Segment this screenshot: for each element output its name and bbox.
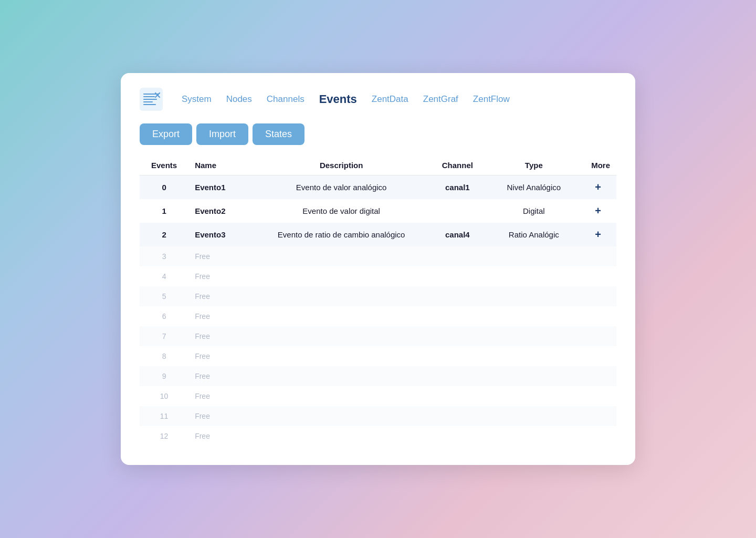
row-channel (427, 246, 488, 266)
table-row: 0 Evento1 Evento de valor analógico cana… (140, 175, 616, 200)
row-desc (256, 306, 427, 326)
nav-system[interactable]: System (182, 94, 212, 105)
nav-zentflow[interactable]: ZentFlow (473, 94, 510, 105)
row-more (580, 266, 616, 286)
row-name: Evento3 (188, 223, 256, 246)
table-row: 5 Free (140, 286, 616, 306)
row-id: 3 (140, 246, 188, 266)
header-more: More (580, 156, 616, 175)
more-button[interactable]: + (591, 229, 605, 241)
row-desc (256, 426, 427, 446)
row-id: 0 (140, 175, 188, 200)
row-channel (427, 326, 488, 346)
row-more[interactable]: + (580, 223, 616, 246)
row-type (488, 306, 580, 326)
row-desc (256, 286, 427, 306)
row-name: Free (188, 286, 256, 306)
states-button[interactable]: States (253, 123, 304, 145)
row-more (580, 426, 616, 446)
row-id: 12 (140, 426, 188, 446)
row-id: 11 (140, 406, 188, 426)
row-more (580, 246, 616, 266)
row-name: Free (188, 366, 256, 386)
table-row: 9 Free (140, 366, 616, 386)
nav-zentdata[interactable]: ZentData (372, 94, 408, 105)
row-id: 4 (140, 266, 188, 286)
row-type (488, 246, 580, 266)
row-more (580, 346, 616, 366)
nav-channels[interactable]: Channels (267, 94, 304, 105)
import-button[interactable]: Import (196, 123, 248, 145)
table-row: 7 Free (140, 326, 616, 346)
row-desc (256, 246, 427, 266)
header-type: Type (488, 156, 580, 175)
nav-nodes[interactable]: Nodes (226, 94, 252, 105)
toolbar: Export Import States (140, 123, 616, 145)
row-channel: canal4 (427, 223, 488, 246)
table-header-row: Events Name Description Channel Type Mor… (140, 156, 616, 175)
row-type: Ratio Analógic (488, 223, 580, 246)
row-more (580, 386, 616, 406)
table-row: 10 Free (140, 386, 616, 406)
row-more[interactable]: + (580, 175, 616, 200)
row-name: Free (188, 266, 256, 286)
row-channel (427, 286, 488, 306)
more-button[interactable]: + (591, 205, 605, 217)
row-id: 9 (140, 366, 188, 386)
row-name: Free (188, 406, 256, 426)
row-name: Evento1 (188, 175, 256, 200)
row-more[interactable]: + (580, 199, 616, 223)
main-card: System Nodes Channels Events ZentData Ze… (121, 73, 635, 465)
row-name: Free (188, 386, 256, 406)
row-type (488, 366, 580, 386)
row-channel (427, 266, 488, 286)
row-type (488, 426, 580, 446)
row-id: 1 (140, 199, 188, 223)
table-row: 4 Free (140, 266, 616, 286)
export-button[interactable]: Export (140, 123, 192, 145)
table-row: 3 Free (140, 246, 616, 266)
row-channel (427, 346, 488, 366)
row-channel (427, 426, 488, 446)
table-row: 12 Free (140, 426, 616, 446)
row-id: 2 (140, 223, 188, 246)
row-type (488, 286, 580, 306)
header-channel: Channel (427, 156, 488, 175)
row-more (580, 406, 616, 426)
row-channel (427, 366, 488, 386)
row-name: Free (188, 326, 256, 346)
row-type (488, 386, 580, 406)
row-name: Free (188, 246, 256, 266)
table-row: 8 Free (140, 346, 616, 366)
row-desc (256, 366, 427, 386)
row-type (488, 326, 580, 346)
row-more (580, 326, 616, 346)
events-table: Events Name Description Channel Type Mor… (140, 156, 616, 446)
nav-zentgraf[interactable]: ZentGraf (423, 94, 458, 105)
row-desc: Evento de valor analógico (256, 175, 427, 200)
row-name: Free (188, 426, 256, 446)
nav-events[interactable]: Events (319, 92, 357, 106)
row-id: 6 (140, 306, 188, 326)
row-desc (256, 346, 427, 366)
row-name: Free (188, 346, 256, 366)
table-row: 1 Evento2 Evento de valor digital Digita… (140, 199, 616, 223)
table-row: 2 Evento3 Evento de ratio de cambio anal… (140, 223, 616, 246)
logo-icon (140, 88, 163, 111)
header-description: Description (256, 156, 427, 175)
row-desc (256, 266, 427, 286)
more-button[interactable]: + (591, 181, 605, 193)
table-row: 6 Free (140, 306, 616, 326)
row-desc (256, 406, 427, 426)
row-type: Nivel Analógico (488, 175, 580, 200)
row-id: 10 (140, 386, 188, 406)
row-more (580, 366, 616, 386)
row-desc (256, 386, 427, 406)
row-type (488, 266, 580, 286)
row-id: 7 (140, 326, 188, 346)
row-channel (427, 306, 488, 326)
row-more (580, 306, 616, 326)
row-type (488, 346, 580, 366)
row-desc: Evento de valor digital (256, 199, 427, 223)
row-channel: canal1 (427, 175, 488, 200)
